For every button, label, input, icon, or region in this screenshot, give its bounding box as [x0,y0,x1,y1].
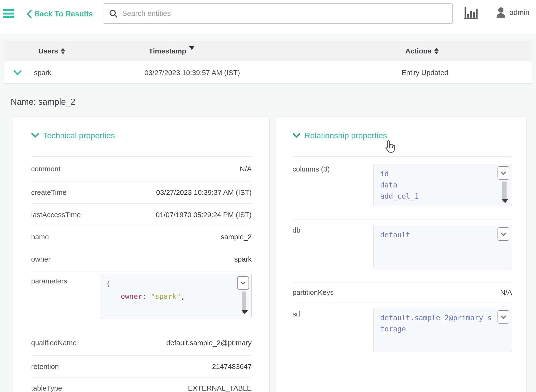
property-value: sample_2 [221,233,252,241]
audit-table-row[interactable]: spark 03/27/2023 10:39:57 AM (IST) Entit… [4,61,532,84]
property-row-createtime: createTime 03/27/2023 10:39:37 AM (IST) [31,181,252,203]
property-label: owner [31,255,51,263]
row-timestamp: 03/27/2023 10:39:57 AM (IST) [144,61,240,84]
db-link[interactable]: default [380,229,492,240]
property-row-sd: sd default.sample_2@primary_storage [292,302,512,381]
property-label: db [292,220,373,234]
property-row-owner: owner spark [31,248,252,270]
property-label: name [31,233,49,241]
audit-table-header: Users Timestamp Actions [4,41,532,61]
property-label: retention [31,363,59,371]
property-row-partitionkeys: partitionKeys N/A [292,282,512,302]
chevron-down-icon [13,70,22,75]
property-value: 2147483647 [212,363,252,371]
technical-properties-title: Technical properties [43,131,115,140]
scroll-down-arrow[interactable] [502,199,508,203]
property-value: 01/07/1970 05:29:24 PM (IST) [156,211,252,219]
collapse-json-button[interactable] [237,276,249,290]
relationship-properties-toggle[interactable]: Relationship properties [292,130,512,141]
technical-properties-panel: Technical properties comment N/A createT… [13,117,270,392]
json-line-open: { [106,277,230,290]
parameters-json-box[interactable]: { owner: "spark", [100,274,252,319]
property-row-columns: columns (3) id data add_col_1 [292,156,512,219]
menu-icon[interactable] [3,9,14,18]
property-row-qualifiedname: qualifiedName default.sample_2@primary [31,330,252,355]
entity-name-heading: Name: sample_2 [11,97,75,107]
column-header-users[interactable]: Users [38,41,65,61]
property-row-tabletype: tableType EXTERNAL_TABLE [31,377,252,392]
column-header-actions[interactable]: Actions [405,41,439,61]
property-label: qualifiedName [31,339,77,347]
user-menu[interactable]: admin [496,7,529,18]
property-label: lastAccessTime [31,211,81,219]
property-row-name: name sample_2 [31,226,252,248]
search-box [103,3,453,24]
column-link[interactable]: add_col_1 [380,191,492,202]
property-value: N/A [500,288,512,296]
sd-value-box[interactable]: default.sample_2@primary_storage [373,308,512,352]
technical-properties-toggle[interactable]: Technical properties [31,130,252,141]
property-label: sd [292,302,373,318]
column-header-timestamp[interactable]: Timestamp [149,41,194,61]
row-expand-chevron[interactable] [13,61,22,84]
user-icon [496,7,506,18]
property-label: partitionKeys [292,288,334,296]
back-to-results-link[interactable]: Back To Results [27,10,93,18]
users-header-label: Users [38,47,58,55]
atlas-entity-audit-screen: Back To Results admin [0,0,536,392]
collapse-list-button[interactable] [498,310,509,324]
property-label: parameters [31,270,100,285]
hand-pointer-cursor [383,139,397,155]
relationship-properties-panel: Relationship properties columns (3) id d… [276,117,526,392]
statistics-icon[interactable] [464,7,479,21]
property-row-lastaccesstime: lastAccessTime 01/07/1970 05:29:24 PM (I… [31,203,252,226]
username-label: admin [509,8,529,17]
column-link[interactable]: id [380,168,492,179]
property-label: comment [31,165,60,173]
property-label: createTime [31,188,67,196]
row-user: spark [34,61,51,84]
chevron-left-icon [27,10,32,18]
back-to-results-label: Back To Results [34,10,93,18]
property-label: columns (3) [292,157,373,173]
sd-link[interactable]: default.sample_2@primary_storage [380,312,492,335]
column-link[interactable]: data [380,179,492,191]
sort-icon [434,48,439,54]
property-value: EXTERNAL_TABLE [188,384,252,392]
collapse-list-button[interactable] [498,227,509,241]
chevron-down-icon [292,133,301,138]
search-icon [109,9,118,18]
property-value: N/A [240,165,252,173]
property-label: tableType [31,384,62,392]
property-row-db: db default [292,219,512,282]
search-input[interactable] [122,9,447,18]
property-row-comment: comment N/A [31,156,252,181]
chevron-down-icon [31,133,39,138]
property-value: default.sample_2@primary [166,339,252,347]
property-row-retention: retention 2147483647 [31,355,252,377]
scroll-down-arrow[interactable] [242,310,248,314]
relationship-properties-title: Relationship properties [304,131,387,140]
top-navbar: Back To Results admin [0,0,536,34]
json-line-owner: owner: "spark", [106,290,230,303]
sort-icon [61,48,65,54]
columns-list-box[interactable]: id data add_col_1 [373,164,512,206]
collapse-list-button[interactable] [498,166,509,180]
property-row-parameters: parameters { owner: "spark", [31,270,252,330]
property-value: spark [234,255,252,263]
timestamp-header-label: Timestamp [149,47,186,55]
row-action: Entity Updated [402,61,448,84]
db-value-box[interactable]: default [373,225,512,269]
actions-header-label: Actions [405,47,431,55]
property-value: 03/27/2023 10:39:37 AM (IST) [156,188,252,196]
sort-desc-icon [189,46,194,50]
